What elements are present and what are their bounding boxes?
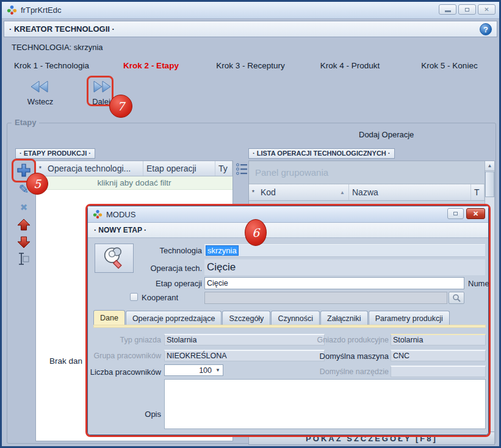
- column-typ[interactable]: Ty: [215, 161, 232, 176]
- window-title: frTprKrtEdc: [21, 5, 61, 15]
- dialog-close-button[interactable]: ✕: [466, 208, 485, 219]
- gniazdo-produkcyjne-label: Gniazdo produkcyjne: [307, 336, 389, 344]
- etapy-group-label: Etapy: [12, 118, 39, 127]
- kooperant-checkbox[interactable]: [130, 293, 138, 301]
- annotation-badge-6: 6: [245, 219, 267, 246]
- maximize-button[interactable]: [458, 4, 476, 15]
- kooperant-label: Kooperant: [142, 293, 178, 302]
- domyslne-narzedzie-label: Domyślne narzędzie: [307, 367, 389, 376]
- filter-row[interactable]: kliknij aby dodać filtr: [36, 176, 232, 190]
- help-icon: ?: [483, 25, 488, 34]
- typ-gniazda-label: Typ gniazda: [87, 336, 161, 344]
- numer-operacji-label: Numer operac: [468, 279, 491, 288]
- group-panel[interactable]: Panel grupowania: [249, 161, 485, 184]
- technologia-value-selected: skrzynia: [206, 245, 239, 256]
- rename-button[interactable]: [15, 250, 32, 267]
- annotation-badge-7: 7: [109, 95, 132, 118]
- operacja-tech-label: Operacja tech.: [136, 264, 202, 273]
- arrow-down-icon: [16, 235, 31, 249]
- app-logo-icon: [93, 209, 103, 219]
- liczba-pracownikow-value: 100: [199, 366, 212, 375]
- close-icon: ✕: [484, 7, 489, 13]
- back-arrows-icon: [29, 80, 52, 93]
- domyslne-narzedzie-field[interactable]: [391, 366, 486, 377]
- etap-operacji-label: Etap operacji: [136, 279, 202, 288]
- column-operacja-technologiczna[interactable]: Operacja technologi...: [45, 161, 143, 176]
- add-operations-label[interactable]: Dodaj Operacje: [359, 130, 414, 139]
- rename-icon: [18, 252, 30, 266]
- magnifier-icon: [452, 294, 461, 302]
- delete-x-icon: ✖: [20, 202, 28, 213]
- gniazdo-produkcyjne-field[interactable]: Stolarnia: [391, 334, 486, 345]
- step-3-receptury[interactable]: Krok 3 - Receptury: [201, 61, 300, 70]
- app-window: frTprKrtEdc ✕ · KREATOR TECHNOLOGII · ? …: [0, 0, 501, 448]
- close-icon: ✕: [473, 210, 478, 218]
- technologia-label: Technologia: [136, 246, 202, 255]
- back-button[interactable]: Wstecz: [19, 80, 62, 106]
- scroll-up-button[interactable]: ▲: [485, 161, 494, 171]
- column-t[interactable]: T: [471, 184, 485, 200]
- annotation-badge-5: 5: [26, 173, 48, 195]
- sort-asc-icon: ▲: [340, 190, 345, 195]
- dialog-header: · NOWY ETAP ·: [88, 223, 488, 238]
- operacja-tech-value: Cięcie: [204, 259, 485, 275]
- etap-operacji-input[interactable]: [204, 277, 464, 289]
- maximize-icon: [453, 212, 458, 215]
- tab-parametry-produkcji[interactable]: Parametry produkcji: [369, 311, 450, 325]
- domyslna-maszyna-field[interactable]: CNC: [391, 350, 486, 361]
- technologia-field[interactable]: skrzynia: [204, 244, 485, 257]
- typ-gniazda-field: Stolarnia: [164, 334, 325, 345]
- etapy-panel-caption: · ETAPY PRODUKCJI ·: [15, 148, 95, 159]
- row-indicator-icon: *: [249, 189, 258, 196]
- tab-operacje-poprzedzajace[interactable]: Operacje poprzedzające: [126, 311, 222, 325]
- move-down-button[interactable]: [15, 233, 32, 250]
- opis-textarea[interactable]: [164, 379, 486, 429]
- tab-czynnosci[interactable]: Czynności: [271, 311, 320, 325]
- wizard-title: · KREATOR TECHNOLOGII ·: [9, 24, 115, 34]
- dialog-title: MODUS: [106, 210, 135, 219]
- chevron-down-icon: ▼: [215, 367, 220, 373]
- column-kod[interactable]: Kod ▲: [258, 184, 349, 200]
- delete-etap-button[interactable]: ✖: [15, 199, 32, 216]
- arrow-up-icon: [16, 218, 31, 232]
- modus-dialog: MODUS ✕ · NOWY ETAP · 6 Technologia skrz…: [85, 204, 491, 437]
- operations-grid-header: * Kod ▲ Nazwa T: [249, 184, 485, 201]
- title-bar: frTprKrtEdc: [2, 2, 499, 19]
- wizard-header: · KREATOR TECHNOLOGII · ?: [4, 21, 497, 37]
- help-button[interactable]: ?: [480, 23, 492, 35]
- grupa-pracownikow-field: NIEOKREŚLONA: [164, 350, 325, 361]
- window-controls: ✕: [439, 4, 496, 15]
- liczba-pracownikow-dropdown[interactable]: 100 ▼: [164, 364, 223, 376]
- scrollbar-thumb[interactable]: [485, 172, 494, 197]
- wizard-steps: Krok 1 - Technologia Krok 2 - Etapy Krok…: [2, 61, 499, 70]
- domyslna-maszyna-label: Domyślna maszyna: [307, 352, 389, 361]
- step-4-produkt[interactable]: Krok 4 - Produkt: [300, 61, 400, 70]
- row-indicator-icon: *: [36, 165, 45, 172]
- close-button[interactable]: ✕: [478, 4, 496, 15]
- step-2-etapy[interactable]: Krok 2 - Etapy: [101, 61, 201, 70]
- dialog-title-bar: MODUS: [88, 206, 488, 223]
- tab-zalaczniki[interactable]: Załączniki: [320, 311, 368, 325]
- move-up-button[interactable]: [15, 216, 32, 233]
- bullet-list-icon: [236, 162, 248, 176]
- dialog-maximize-button[interactable]: [447, 208, 464, 219]
- step-5-koniec[interactable]: Krok 5 - Koniec: [400, 61, 499, 70]
- column-chooser-button[interactable]: [236, 162, 248, 178]
- operations-panel-caption: · LISTA OPERACJI TECHNOLOGICZNYCH ·: [248, 148, 395, 159]
- liczba-pracownikow-label: Liczba pracowników: [87, 367, 161, 377]
- technology-line: TECHNOLOGIA: skrzynia: [12, 43, 103, 52]
- etapy-grid-header: * Operacja technologi... Etap operacji T…: [36, 161, 232, 176]
- opis-label: Opis: [87, 410, 161, 419]
- column-etap-operacji[interactable]: Etap operacji: [143, 161, 215, 176]
- dialog-controls: ✕: [447, 208, 485, 219]
- dialog-tabs: Dane Operacje poprzedzające Szczegóły Cz…: [93, 310, 450, 325]
- minimize-button[interactable]: [439, 4, 456, 15]
- tab-dane[interactable]: Dane: [93, 310, 125, 325]
- kooperant-lookup-button[interactable]: [449, 292, 464, 304]
- step-1-technologia[interactable]: Krok 1 - Technologia: [2, 61, 101, 70]
- column-nazwa[interactable]: Nazwa: [349, 184, 471, 200]
- wrench-tool-icon: [103, 246, 126, 270]
- tab-szczegoly[interactable]: Szczegóły: [222, 311, 270, 325]
- grupa-pracownikow-label: Grupa pracowników: [87, 352, 161, 360]
- active-tab-underline: [93, 325, 486, 328]
